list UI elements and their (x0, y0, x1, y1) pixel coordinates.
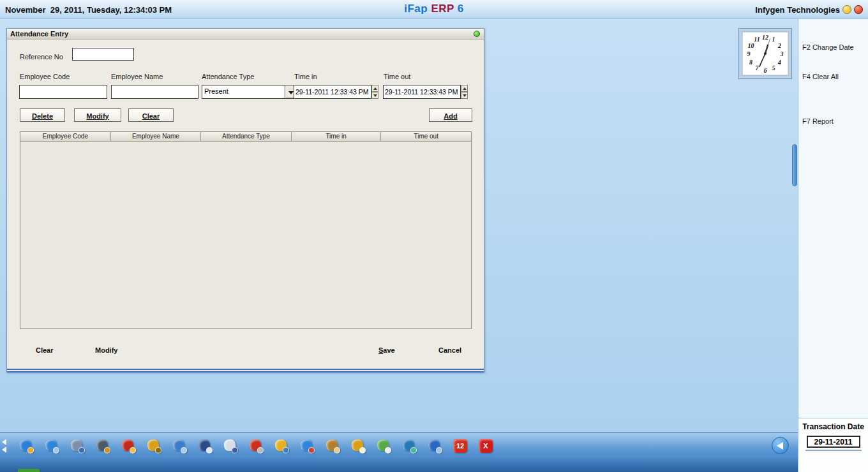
cart-icon[interactable] (146, 438, 162, 454)
svg-text:12: 12 (762, 34, 768, 41)
toolbar-scroll-left-icon[interactable] (2, 439, 6, 445)
employee-code-label: Employee Code (20, 73, 70, 80)
delivery-icon[interactable] (324, 438, 341, 454)
cancel-button[interactable]: Cancel (438, 346, 461, 354)
bottom-strip (0, 458, 798, 472)
dialog-body: Reference No Employee Code Employee Name… (7, 40, 484, 372)
back-button[interactable] (772, 437, 789, 454)
time-in-spinner[interactable]: 29-11-2011 12:33:43 PM (294, 85, 378, 99)
phone-icon[interactable] (43, 438, 60, 454)
app-title-ifap: iFap (404, 3, 428, 15)
time-out-spinner[interactable]: 29-11-2011 12:33:43 PM (383, 85, 468, 99)
brush-icon[interactable] (248, 438, 264, 454)
calendar-icon[interactable]: 12 (452, 438, 468, 454)
table-body-empty (20, 142, 471, 330)
back-arrow-icon (777, 442, 783, 450)
time-in-label: Time in (294, 73, 317, 80)
compass-icon[interactable] (350, 438, 366, 454)
time-in-up-icon[interactable] (371, 85, 378, 92)
book-icon[interactable] (120, 438, 137, 454)
bottom-toolbar: 12X (0, 432, 798, 458)
shortcut-f4-clear-all[interactable]: F4 Clear All (802, 73, 839, 80)
table-header-attendance-type[interactable]: Attendance Type (201, 132, 292, 142)
clear-button[interactable]: Clear (128, 108, 174, 122)
svg-text:1: 1 (772, 36, 775, 43)
shortcut-f2-change-date[interactable]: F2 Change Date (802, 43, 854, 51)
top-bar: November 29, 2011, Tuesday, 12:34:03 PM … (0, 0, 868, 19)
time-out-down-icon[interactable] (461, 92, 468, 99)
dialog-title: Attendance Entry (10, 30, 68, 38)
table-header-employee-code[interactable]: Employee Code (20, 132, 111, 142)
reference-no-input[interactable] (72, 48, 134, 61)
svg-text:3: 3 (780, 50, 784, 57)
svg-text:4: 4 (777, 59, 781, 66)
time-out-value[interactable]: 29-11-2011 12:33:43 PM (383, 85, 461, 99)
footer-modify-button[interactable]: Modify (95, 346, 117, 354)
transaction-date-underline (805, 450, 862, 451)
analog-clock: 121234567891011 (738, 28, 792, 79)
minimize-button[interactable] (842, 5, 851, 14)
time-in-value[interactable]: 29-11-2011 12:33:43 PM (294, 85, 371, 99)
window-icon[interactable] (197, 438, 213, 454)
taskbar-start-sliver[interactable] (18, 469, 40, 472)
exit-icon[interactable]: X (477, 438, 494, 454)
panel-slider-handle[interactable] (792, 144, 797, 186)
attendance-type-value: Present (202, 85, 285, 99)
svg-text:8: 8 (749, 59, 752, 66)
workflow-icon[interactable] (299, 438, 315, 454)
app-title-version: 6 (458, 3, 464, 15)
shortcut-f7-report[interactable]: F7 Report (802, 117, 834, 125)
table-header-employee-name[interactable]: Employee Name (111, 132, 202, 142)
toolbar-icons: 12X (18, 438, 494, 454)
settings-icon[interactable] (426, 438, 443, 454)
app-title: iFap ERP 6 (0, 3, 868, 15)
dialog-green-button[interactable] (474, 31, 480, 37)
table-header-time-in[interactable]: Time in (292, 132, 382, 142)
attendance-entry-dialog: Attendance Entry Reference No Employee C… (6, 28, 484, 372)
employee-code-input[interactable] (19, 85, 107, 99)
save-button[interactable]: Save (378, 346, 395, 354)
attendance-table: Employee Code Employee Name Attendance T… (20, 131, 472, 329)
transaction-date-section: Transaction Date 29-11-2011 (798, 418, 868, 472)
table-header-row: Employee Code Employee Name Attendance T… (20, 132, 471, 142)
right-panel: F2 Change Date F4 Clear All F7 Report Tr… (798, 19, 868, 472)
close-button[interactable] (854, 5, 863, 14)
time-out-up-icon[interactable] (461, 85, 468, 92)
delete-button[interactable]: Delete (20, 108, 65, 122)
toolbar-scroll-left-icon-2[interactable] (2, 446, 6, 453)
modify-button[interactable]: Modify (74, 108, 121, 122)
svg-text:11: 11 (754, 36, 760, 43)
reference-no-label: Reference No (20, 53, 63, 61)
user-icon[interactable] (69, 438, 86, 454)
employee-name-input[interactable] (111, 85, 198, 99)
add-button[interactable]: Add (429, 108, 472, 122)
svg-text:2: 2 (777, 42, 781, 49)
desktop: November 29, 2011, Tuesday, 12:34:03 PM … (0, 0, 868, 472)
dialog-bottom-band (7, 369, 484, 372)
transaction-date-label: Transaction Date (798, 422, 868, 431)
globe-icon[interactable] (94, 438, 111, 454)
svg-text:5: 5 (772, 64, 775, 71)
svg-text:9: 9 (747, 50, 751, 57)
time-out-label: Time out (384, 73, 410, 80)
employee-name-label: Employee Name (111, 73, 163, 80)
attendance-type-label: Attendance Type (202, 73, 254, 80)
hierarchy-icon[interactable] (273, 438, 290, 454)
table-header-time-out[interactable]: Time out (381, 132, 471, 142)
time-in-down-icon[interactable] (371, 92, 378, 99)
app-title-erp: ERP (431, 3, 454, 15)
document-pen-icon[interactable] (222, 438, 239, 454)
footer-clear-button[interactable]: Clear (36, 346, 54, 354)
transaction-date-field[interactable]: 29-11-2011 (807, 436, 860, 448)
dialog-titlebar[interactable]: Attendance Entry (7, 29, 484, 40)
spreadsheet-icon[interactable] (375, 438, 392, 454)
quill-icon[interactable] (18, 438, 34, 454)
attendance-type-select[interactable]: Present (202, 85, 297, 99)
svg-text:10: 10 (747, 42, 754, 49)
save-icon[interactable] (401, 438, 417, 454)
chart-icon[interactable] (171, 438, 188, 454)
svg-text:6: 6 (764, 67, 767, 74)
company-name: Infygen Technologies (755, 5, 840, 15)
